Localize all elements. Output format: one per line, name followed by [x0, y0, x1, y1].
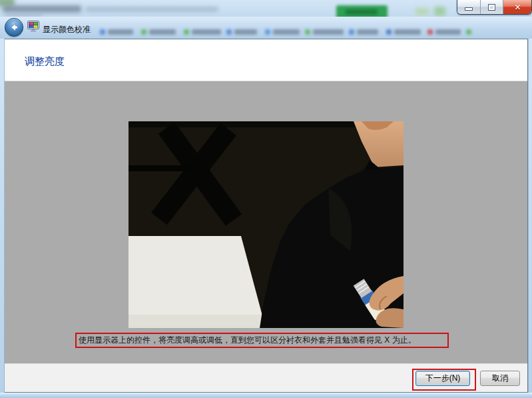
window-border-right: [528, 39, 532, 393]
minimize-icon: [465, 7, 473, 11]
background-browser-topbar: [0, 0, 532, 17]
minimize-button[interactable]: [457, 0, 480, 14]
background-bookmark-blur: [100, 29, 133, 35]
close-icon: ✕: [514, 3, 521, 11]
display-color-calibration-icon: [27, 21, 39, 32]
instruction-text: 使用显示器上的控件，将亮度调高或调低，直到您可以区分衬衣和外套并且勉强看得见 X…: [75, 333, 449, 348]
window-border-left: [0, 39, 5, 393]
window-title: 显示颜色校准: [43, 24, 91, 35]
back-arrow-icon: [8, 21, 20, 33]
background-bookmark-blur: [141, 29, 176, 35]
background-blur-decoration: [415, 8, 429, 15]
brightness-sample-photo: [129, 121, 403, 328]
page-header: 调整亮度: [5, 39, 527, 81]
background-bookmark-blur: [427, 29, 461, 35]
background-blur-decoration: [346, 9, 378, 15]
close-button[interactable]: ✕: [503, 0, 532, 14]
background-blur-decoration: [434, 7, 445, 16]
background-bookmark-blur: [184, 29, 221, 35]
background-bookmark-blur: [466, 29, 471, 35]
window-border-bottom: [0, 393, 532, 398]
maximize-button[interactable]: [480, 0, 503, 14]
background-browser-tab-blur: [85, 7, 218, 12]
background-bookmark-blur: [305, 29, 344, 35]
screen: ✕: [0, 0, 532, 398]
window-controls: ✕: [457, 0, 532, 15]
background-bookmark-blur: [226, 29, 257, 35]
back-button[interactable]: [5, 18, 23, 37]
maximize-icon: [488, 4, 495, 11]
next-button[interactable]: 下一步(N): [415, 371, 470, 386]
cancel-button[interactable]: 取消: [480, 371, 520, 386]
background-bookmark-blur: [265, 29, 300, 35]
background-browser-tab-blur: [3, 5, 81, 13]
wizard-client-area: 调整亮度: [4, 39, 528, 393]
background-bookmark-blur: [349, 29, 378, 35]
background-bookmark-blur: [386, 29, 421, 35]
page-title: 调整亮度: [25, 55, 65, 68]
